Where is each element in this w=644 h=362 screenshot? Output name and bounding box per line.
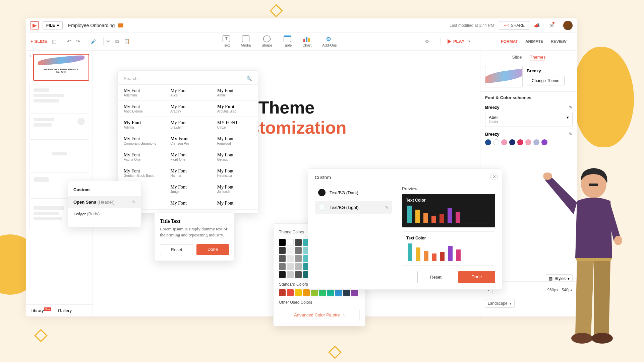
slide-thumb-placeholder[interactable] — [29, 114, 89, 140]
color-swatch[interactable] — [287, 239, 294, 246]
undo-icon[interactable]: ↶ — [67, 39, 71, 45]
font-option[interactable]: My FontBrawler — [164, 117, 211, 133]
font-option[interactable]: My FontAmiri — [211, 85, 258, 101]
color-dot[interactable] — [541, 139, 547, 145]
redo-icon[interactable]: ↷ — [76, 39, 80, 45]
color-swatch[interactable] — [327, 289, 334, 296]
play-button[interactable]: PLAY — [448, 39, 464, 44]
edit-icon[interactable]: ✎ — [385, 205, 389, 210]
color-swatch[interactable] — [287, 263, 294, 270]
edit-icon[interactable]: ✎ — [569, 132, 573, 137]
font-option[interactable]: My FontJunicode — [211, 181, 258, 197]
folder-icon[interactable] — [118, 23, 123, 27]
bg-option-light[interactable]: Text/BG (Light)✎ — [315, 201, 392, 214]
slide-thumb-placeholder[interactable] — [29, 84, 89, 110]
edit-icon[interactable]: ✎ — [132, 200, 136, 205]
reset-button[interactable]: Reset — [417, 271, 454, 283]
share-button[interactable]: ⚬<SHARE — [499, 21, 529, 30]
body-font-row[interactable]: Ledger (Body) — [68, 208, 141, 220]
font-option[interactable]: My FontArtifika — [118, 117, 164, 133]
gear-icon[interactable]: ⚙ — [425, 39, 429, 45]
format-paint-icon[interactable]: 🖌 — [91, 39, 96, 44]
color-swatch[interactable] — [295, 263, 302, 270]
font-option[interactable]: My FontAntic Didone — [118, 101, 164, 117]
font-option[interactable]: My FontCrimson Pro — [164, 133, 211, 149]
font-option[interactable]: My FontFanwood — [211, 133, 258, 149]
color-dot[interactable] — [485, 139, 491, 145]
color-swatch[interactable] — [279, 263, 286, 270]
insert-chart[interactable]: Chart — [302, 35, 311, 47]
font-option[interactable]: My Font — [164, 197, 211, 210]
color-dot[interactable] — [517, 139, 523, 145]
color-scheme-dots[interactable] — [485, 139, 573, 145]
paste-icon[interactable]: 📋 — [124, 39, 130, 45]
tab-format[interactable]: FORMAT — [501, 36, 518, 47]
tab-animate[interactable]: ANIMATE — [525, 36, 543, 47]
color-swatch[interactable] — [287, 289, 294, 296]
orientation-select[interactable]: Landscape▾ — [485, 299, 515, 308]
app-logo-icon[interactable]: ▶ — [31, 21, 39, 29]
layout-icon[interactable]: ▢ — [52, 39, 57, 45]
font-search[interactable]: Search 🔍 — [118, 74, 258, 85]
insert-table[interactable]: Table — [283, 35, 292, 47]
mail-icon[interactable]: ✉ — [549, 22, 554, 28]
announce-icon[interactable]: 📣 — [534, 22, 540, 28]
document-title[interactable]: Employee Onboarding — [68, 23, 115, 28]
color-swatch[interactable] — [319, 289, 326, 296]
font-option[interactable]: My FontHannari — [164, 165, 211, 181]
color-swatch[interactable] — [279, 289, 286, 296]
color-dot[interactable] — [533, 139, 539, 145]
header-font-row[interactable]: Open Sans (Header) ✎ — [68, 196, 141, 208]
insert-shape[interactable]: Shape — [261, 35, 272, 47]
chevron-down-icon[interactable]: ▾ — [468, 39, 470, 44]
color-swatch[interactable] — [287, 247, 294, 254]
copy-icon[interactable]: ⧉ — [115, 39, 119, 45]
color-swatch[interactable] — [303, 289, 310, 296]
color-swatch[interactable] — [279, 239, 286, 246]
gallery-tab[interactable]: Gallery — [58, 308, 72, 313]
color-swatch[interactable] — [311, 289, 318, 296]
font-option[interactable]: My FontAlice — [164, 85, 211, 101]
font-option[interactable]: My FontAdamina — [118, 85, 164, 101]
color-dot[interactable] — [509, 139, 515, 145]
edit-icon[interactable]: ✎ — [569, 105, 573, 110]
insert-text[interactable]: TText — [223, 35, 230, 47]
bg-option-dark[interactable]: Text/BG (Dark) — [315, 186, 392, 199]
color-swatch[interactable] — [295, 239, 302, 246]
color-swatch[interactable] — [279, 271, 286, 278]
slide-thumb-selected[interactable]: WORKFORCE PERFORMANCE REPORT — [33, 54, 89, 81]
font-option[interactable]: My Font — [211, 197, 258, 210]
slide-thumb-placeholder[interactable] — [29, 143, 89, 169]
font-option[interactable]: My FontCormorant Garamond — [118, 133, 164, 149]
color-swatch[interactable] — [295, 289, 302, 296]
cut-icon[interactable]: ✂ — [106, 39, 111, 45]
tab-review[interactable]: REVIEW — [551, 36, 567, 47]
color-swatch[interactable] — [287, 271, 294, 278]
change-theme-button[interactable]: Change Theme — [527, 76, 565, 85]
color-swatch[interactable] — [335, 289, 342, 296]
font-option[interactable]: My FontArbutus Slab — [211, 101, 258, 117]
reset-button[interactable]: Reset — [160, 244, 193, 255]
color-swatch[interactable] — [343, 289, 350, 296]
color-swatch[interactable] — [295, 255, 302, 262]
font-option[interactable]: My FontFauna One — [118, 149, 164, 165]
color-swatch[interactable] — [295, 271, 302, 278]
color-swatch[interactable] — [351, 289, 358, 296]
color-swatch[interactable] — [279, 247, 286, 254]
subtab-themes[interactable]: Themes — [530, 55, 545, 61]
color-dot[interactable] — [501, 139, 507, 145]
insert-media[interactable]: Media — [241, 35, 251, 47]
library-tab[interactable]: LibraryNew — [31, 308, 51, 313]
font-option[interactable]: My FontJunge — [164, 181, 211, 197]
done-button[interactable]: Done — [458, 271, 495, 283]
subtab-slide[interactable]: Slide — [512, 55, 522, 61]
color-swatch[interactable] — [295, 247, 302, 254]
font-option[interactable]: My FontArapey — [164, 101, 211, 117]
done-button[interactable]: Done — [196, 244, 229, 255]
color-dot[interactable] — [493, 139, 499, 145]
font-option[interactable]: My FontFjord One — [164, 149, 211, 165]
user-avatar[interactable] — [563, 21, 573, 30]
color-swatch[interactable] — [287, 255, 294, 262]
font-option[interactable]: My FontGentium Book Basic — [118, 165, 164, 181]
color-dot[interactable] — [525, 139, 531, 145]
